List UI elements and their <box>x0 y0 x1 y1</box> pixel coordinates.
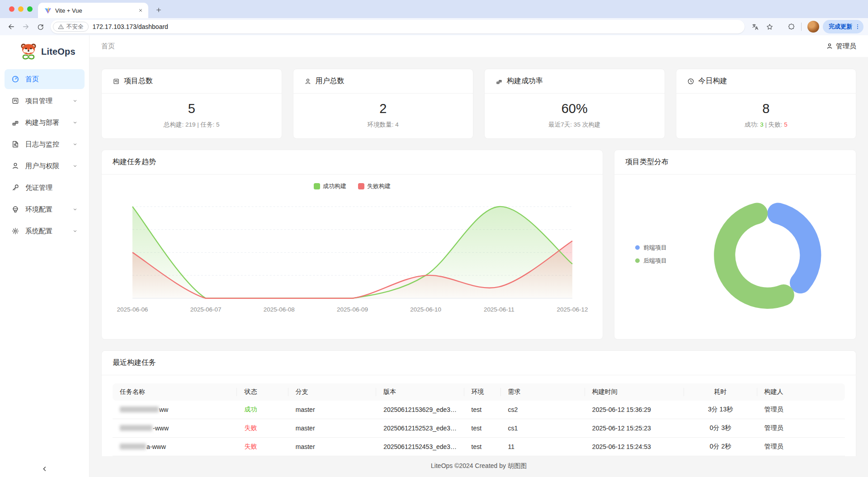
legend-swatch <box>358 183 364 189</box>
stat-card-body: 60%最近7天: 35 次构建 <box>485 94 665 138</box>
browser-tabstrip: Vite + Vue <box>0 0 868 18</box>
legend-swatch <box>314 183 320 189</box>
stat-value: 5 <box>102 101 282 116</box>
task-name-redacted <box>120 406 159 412</box>
tab-close-icon[interactable] <box>137 6 145 14</box>
task-name-redacted <box>120 425 152 431</box>
stat-card-title: 用户总数 <box>293 69 473 94</box>
browser-tab[interactable]: Vite + Vue <box>38 3 148 18</box>
user-icon <box>304 78 311 85</box>
vite-favicon <box>44 7 52 14</box>
tab-title: Vite + Vue <box>55 7 133 14</box>
kebab-menu-icon[interactable] <box>854 23 861 30</box>
sidebar-item-system[interactable]: 系统配置 <box>5 221 85 241</box>
legend-item[interactable]: 后端项目 <box>635 257 667 265</box>
back-button[interactable] <box>5 20 18 33</box>
project-type-chart[interactable]: 前端项目后端项目 <box>614 175 856 334</box>
sidebar-item-home[interactable]: 首页 <box>5 69 85 89</box>
user-menu[interactable]: 管理员 <box>826 42 856 51</box>
profile-avatar[interactable] <box>807 21 819 33</box>
legend-dot <box>635 246 640 250</box>
status-cell: 失败 <box>237 419 288 438</box>
svg-text:2025-06-10: 2025-06-10 <box>410 306 441 313</box>
dashboard-content: 项目总数5总构建: 219 | 任务: 5用户总数2环境数量: 4构建成功率60… <box>90 57 868 477</box>
recent-builds-table: 任务名称状态分支版本环境需求构建时间耗时构建人 ww成功master202506… <box>113 383 845 456</box>
file-search-icon <box>11 140 19 148</box>
table-row: ww成功master20250612153629_ede35...testcs2… <box>113 401 845 419</box>
stat-card-body: 8成功: 3 | 失败: 5 <box>676 94 856 138</box>
brand-name: LiteOps <box>41 47 75 57</box>
reload-button[interactable] <box>33 20 47 33</box>
stat-subtitle: 成功: 3 | 失败: 5 <box>676 121 856 129</box>
window-minimize-button[interactable] <box>18 6 24 12</box>
build-trend-chart[interactable]: 成功构建失败构建2025-06-062025-06-072025-06-0820… <box>102 175 603 330</box>
legend-item[interactable]: 失败构建 <box>358 182 391 190</box>
status-cell: 失败 <box>237 438 288 456</box>
chevron-down-icon <box>72 207 78 212</box>
security-label: 不安全 <box>66 23 84 31</box>
column-header: 分支 <box>288 383 376 401</box>
legend-item[interactable]: 前端项目 <box>635 244 667 252</box>
table-row: -www失败master20250612152523_ede35...testc… <box>113 419 845 438</box>
sidebar-collapse-button[interactable] <box>0 465 89 472</box>
user-icon <box>826 43 833 50</box>
stat-value: 60% <box>485 101 665 116</box>
line-chart-legend: 成功构建失败构建 <box>102 175 603 192</box>
requirement-cell: cs1 <box>501 419 585 438</box>
stats-row: 项目总数5总构建: 219 | 任务: 5用户总数2环境数量: 4构建成功率60… <box>101 69 856 139</box>
column-header: 状态 <box>237 383 288 401</box>
status-cell: 成功 <box>237 401 288 419</box>
brand[interactable]: LiteOps <box>0 35 89 66</box>
extensions-icon[interactable] <box>784 20 798 33</box>
line-chart-canvas[interactable]: 2025-06-062025-06-072025-06-082025-06-09… <box>102 192 603 330</box>
sidebar-item-logs-monitor[interactable]: 日志与监控 <box>5 134 85 154</box>
project-icon <box>11 97 19 105</box>
sidebar-item-users-perms[interactable]: 用户与权限 <box>5 156 85 176</box>
build-time-cell: 2025-06-12 15:36:29 <box>585 401 684 419</box>
version-cell: 20250612153629_ede35... <box>376 401 464 419</box>
forward-button[interactable] <box>19 20 33 33</box>
sidebar-item-environments[interactable]: 环境配置 <box>5 199 85 219</box>
column-header: 耗时 <box>684 383 757 401</box>
security-chip[interactable]: 不安全 <box>53 22 89 32</box>
chevron-down-icon <box>72 163 78 169</box>
sidebar-item-projects[interactable]: 项目管理 <box>5 91 85 111</box>
url-text[interactable]: 172.17.103.173/dashboard <box>93 23 168 30</box>
bookmark-star-icon[interactable] <box>763 20 776 33</box>
project-type-title: 项目类型分布 <box>614 150 856 175</box>
sidebar-menu: 首页项目管理构建与部署日志与监控用户与权限凭证管理环境配置系统配置 <box>0 66 89 246</box>
chrome-update-button[interactable]: 完成更新 <box>823 20 863 33</box>
project-icon <box>113 78 120 85</box>
column-header: 构建人 <box>757 383 845 401</box>
sidebar-item-label: 日志与监控 <box>25 140 66 149</box>
translate-icon[interactable] <box>748 20 762 33</box>
build-icon <box>11 118 19 127</box>
window-zoom-button[interactable] <box>27 6 33 12</box>
chevron-down-icon <box>72 142 78 147</box>
app-shell: LiteOps 首页项目管理构建与部署日志与监控用户与权限凭证管理环境配置系统配… <box>0 35 868 477</box>
sidebar-item-credentials[interactable]: 凭证管理 <box>5 178 85 198</box>
clock-icon <box>687 78 694 85</box>
window-controls[interactable] <box>9 6 33 12</box>
stat-subtitle: 总构建: 219 | 任务: 5 <box>102 121 282 129</box>
page-footer: LiteOps ©2024 Created by 胡图图 <box>101 456 856 477</box>
chevron-down-icon <box>72 98 78 104</box>
legend-item[interactable]: 成功构建 <box>314 182 346 190</box>
task-name-redacted <box>120 444 146 449</box>
stat-card-body: 5总构建: 219 | 任务: 5 <box>102 94 282 138</box>
stat-card-success-rate: 构建成功率60%最近7天: 35 次构建 <box>484 69 665 139</box>
project-type-card: 项目类型分布 前端项目后端项目 <box>614 150 856 340</box>
main-area: 首页 管理员 项目总数5总构建: 219 | 任务: 5用户总数2环境数量: 4… <box>90 35 868 477</box>
user-name: 管理员 <box>836 42 856 51</box>
task-name-cell: -www <box>113 419 237 438</box>
column-header: 构建时间 <box>585 383 684 401</box>
svg-text:2025-06-11: 2025-06-11 <box>484 306 514 313</box>
new-tab-button[interactable] <box>152 3 165 17</box>
sidebar-item-build-deploy[interactable]: 构建与部署 <box>5 113 85 132</box>
window-close-button[interactable] <box>9 6 14 12</box>
column-header: 任务名称 <box>113 383 237 401</box>
build-trend-card: 构建任务趋势 成功构建失败构建2025-06-062025-06-072025-… <box>101 150 603 340</box>
sidebar-item-label: 凭证管理 <box>25 184 78 192</box>
requirement-cell: cs2 <box>501 401 585 419</box>
address-bar[interactable]: 不安全 172.17.103.173/dashboard <box>51 20 745 33</box>
